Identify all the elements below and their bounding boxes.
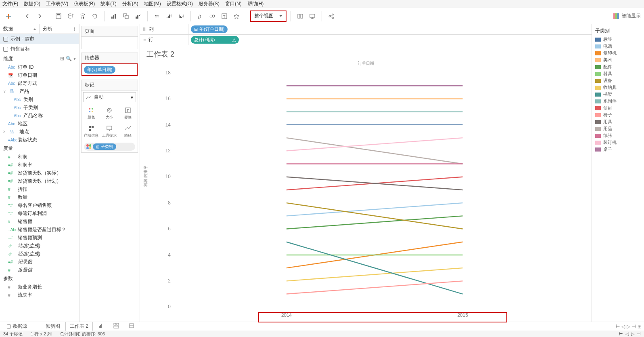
menu-window[interactable]: 窗口(N)	[225, 0, 242, 7]
marks-color-pill[interactable]: ⊞子类别	[84, 143, 135, 151]
new-datasource-icon[interactable]: +	[65, 11, 76, 21]
legend-item[interactable]: 用品	[594, 125, 642, 132]
show-me-button[interactable]: 智能显示	[613, 13, 641, 19]
measure-field[interactable]: #销售额	[0, 217, 79, 225]
legend-item[interactable]: 系固件	[594, 98, 642, 105]
forward-icon[interactable]	[34, 11, 45, 21]
share-icon[interactable]	[326, 11, 337, 21]
legend-item[interactable]: 桌子	[594, 146, 642, 153]
sort-desc-icon[interactable]	[176, 11, 186, 21]
pause-icon[interactable]	[77, 11, 88, 21]
param-field[interactable]: #新业务增长	[0, 283, 79, 291]
menu-format[interactable]: 设置格式(O)	[167, 0, 193, 7]
show-filmstrip-icon[interactable]: ⊞	[638, 324, 642, 329]
marks-size[interactable]: 大小	[101, 105, 119, 122]
new-story-icon[interactable]	[124, 322, 139, 331]
legend-item[interactable]: 信封	[594, 105, 642, 112]
measure-field[interactable]: =#利润率	[0, 161, 79, 169]
marks-tooltip[interactable]: 工具提示	[101, 123, 119, 140]
menu-icon[interactable]: ▾	[73, 56, 76, 61]
dim-field[interactable]: Abc订单 ID	[0, 63, 79, 71]
measure-field[interactable]: #折扣	[0, 185, 79, 193]
clear-icon[interactable]	[133, 11, 143, 21]
menu-map[interactable]: 地图(M)	[144, 0, 161, 7]
tableau-logo-icon[interactable]	[3, 11, 14, 21]
sheet-tab-2[interactable]: 工作表 2	[65, 322, 93, 331]
marks-color[interactable]: 颜色	[82, 105, 100, 122]
sort-asc-icon[interactable]	[164, 11, 174, 21]
column-pill-year[interactable]: ⊞年(订单日期)	[191, 25, 228, 33]
menu-analysis[interactable]: 分析(A)	[122, 0, 138, 7]
measure-field[interactable]: #度量值	[0, 266, 79, 274]
save-icon[interactable]	[53, 11, 64, 21]
dim-field[interactable]: Abc子类别	[0, 103, 79, 112]
chart[interactable]: 利润 的排序 02468101214161820142015	[155, 68, 584, 322]
dim-field[interactable]: Abc地区	[0, 120, 79, 128]
legend-item[interactable]: 椅子	[594, 112, 642, 118]
measure-field[interactable]: =#每名客户销售额	[0, 201, 79, 209]
nav-last-icon[interactable]: ⊣	[632, 324, 636, 329]
menu-file[interactable]: 文件(F)	[2, 0, 18, 7]
measure-field[interactable]: #数量	[0, 193, 79, 201]
legend-item[interactable]: 复印机	[594, 50, 642, 57]
measure-field[interactable]: =Abc销售额是否超过目标？	[0, 225, 79, 234]
tab-datasource[interactable]: 数据源	[2, 322, 31, 331]
measure-field[interactable]: ⊕纬度(生成)	[0, 242, 79, 250]
datasource-2[interactable]: 销售目标	[0, 44, 79, 54]
columns-shelf[interactable]: iii列 ⊞年(订单日期)	[140, 24, 592, 35]
sheet-title[interactable]: 工作表 2	[146, 49, 588, 59]
legend-item[interactable]: 美术	[594, 57, 642, 63]
marks-path[interactable]: 路径	[119, 123, 137, 140]
text-icon[interactable]: T	[219, 11, 230, 21]
view-icon[interactable]: ⊞	[60, 56, 64, 61]
tab-analysis[interactable]: 分析⁞	[40, 24, 79, 34]
dim-field[interactable]: 📅订单日期	[0, 71, 79, 79]
fit-dropdown[interactable]: 整个视图	[250, 11, 286, 22]
new-dashboard-icon[interactable]	[109, 322, 123, 331]
nav-next-icon[interactable]: ▷	[627, 324, 630, 329]
measure-field[interactable]: #利润	[0, 153, 79, 161]
measure-field[interactable]: =#销售额预测	[0, 234, 79, 242]
measure-field[interactable]: ⊕经度(生成)	[0, 250, 79, 258]
legend-item[interactable]: 设备	[594, 77, 642, 84]
new-sheet-icon[interactable]	[109, 11, 119, 21]
menu-story[interactable]: 故事(T)	[100, 0, 116, 7]
nav-first-icon[interactable]: ⊢	[616, 324, 620, 329]
legend-item[interactable]: 用具	[594, 118, 642, 125]
measure-field[interactable]: =#每笔订单利润	[0, 209, 79, 217]
pin-icon[interactable]	[231, 11, 242, 21]
measure-field[interactable]: =#记录数	[0, 258, 79, 266]
legend-item[interactable]: 纸张	[594, 132, 642, 139]
marks-detail[interactable]: 详细信息	[82, 123, 100, 140]
measure-field[interactable]: =#发货前天数（实际）	[0, 169, 79, 177]
group-icon[interactable]	[207, 11, 217, 21]
legend-item[interactable]: 配件	[594, 63, 642, 70]
dim-field[interactable]: ∨品产品	[0, 87, 79, 95]
legend-item[interactable]: 收纳具	[594, 84, 642, 91]
dim-field[interactable]: >品地点	[0, 128, 79, 136]
search-icon[interactable]: 🔍	[66, 56, 72, 61]
refresh-icon[interactable]	[90, 11, 100, 21]
tab-data[interactable]: 数据	[0, 24, 40, 34]
show-cards-icon[interactable]	[295, 11, 305, 21]
highlight-icon[interactable]	[195, 11, 205, 21]
legend-item[interactable]: 书架	[594, 91, 642, 98]
presentation-icon[interactable]	[307, 11, 318, 21]
menu-dashboard[interactable]: 仪表板(B)	[74, 0, 95, 7]
nav-prev-icon[interactable]: ◁	[621, 324, 625, 329]
swap-icon[interactable]	[152, 11, 162, 21]
dim-field[interactable]: =Abc装运状态	[0, 136, 79, 144]
legend-item[interactable]: 器具	[594, 70, 642, 77]
back-icon[interactable]	[22, 11, 33, 21]
menu-server[interactable]: 服务器(S)	[199, 0, 220, 7]
menu-data[interactable]: 数据(D)	[24, 0, 40, 7]
sheet-tab-1[interactable]: 倾斜图	[41, 322, 65, 331]
rows-shelf[interactable]: ≡行 总计(利润)△	[140, 35, 592, 45]
new-worksheet-icon[interactable]	[94, 322, 108, 331]
duplicate-icon[interactable]	[121, 11, 131, 21]
color-legend[interactable]: 子类别 标签电话复印机美术配件器具设备收纳具书架系固件信封椅子用具用品纸张装订机…	[592, 24, 644, 322]
dim-field[interactable]: Abc产品名称	[0, 112, 79, 120]
datasource-1[interactable]: 示例 - 超市	[0, 34, 79, 44]
mark-type-dropdown[interactable]: 自动 ▾	[83, 92, 136, 102]
measure-field[interactable]: =#发货前天数（计划）	[0, 177, 79, 185]
